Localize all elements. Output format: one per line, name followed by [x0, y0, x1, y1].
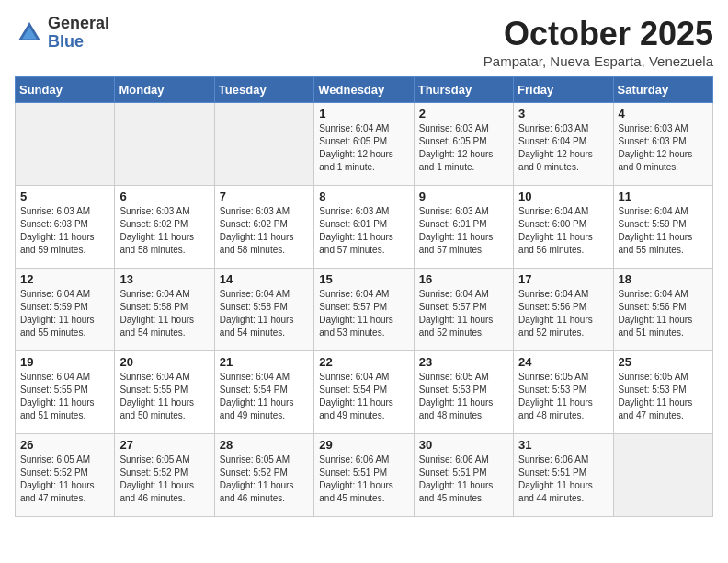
day-cell: 25Sunrise: 6:05 AM Sunset: 5:53 PM Dayli… [613, 351, 712, 434]
day-cell: 17Sunrise: 6:04 AM Sunset: 5:56 PM Dayli… [514, 269, 613, 351]
day-number: 5 [20, 190, 109, 203]
day-number: 21 [220, 355, 309, 369]
logo-blue-text: Blue [48, 33, 109, 52]
day-header-tuesday: Tuesday [214, 77, 313, 103]
day-info: Sunrise: 6:06 AM Sunset: 5:51 PM Dayligh… [419, 454, 508, 505]
day-info: Sunrise: 6:04 AM Sunset: 5:59 PM Dayligh… [20, 288, 109, 339]
day-header-thursday: Thursday [414, 77, 513, 103]
day-cell: 23Sunrise: 6:05 AM Sunset: 5:53 PM Dayli… [414, 351, 513, 434]
day-header-saturday: Saturday [613, 77, 712, 103]
day-info: Sunrise: 6:04 AM Sunset: 5:58 PM Dayligh… [119, 288, 209, 339]
day-info: Sunrise: 6:03 AM Sunset: 6:03 PM Dayligh… [20, 205, 109, 257]
day-number: 11 [619, 190, 708, 203]
week-row-1: 1Sunrise: 6:04 AM Sunset: 6:05 PM Daylig… [16, 103, 713, 186]
day-number: 6 [119, 190, 209, 203]
day-number: 1 [319, 107, 408, 121]
day-info: Sunrise: 6:05 AM Sunset: 5:53 PM Dayligh… [419, 371, 508, 422]
day-number: 19 [20, 355, 109, 369]
day-cell [214, 103, 313, 186]
day-cell [115, 103, 214, 186]
day-cell [16, 103, 115, 186]
day-cell: 10Sunrise: 6:04 AM Sunset: 6:00 PM Dayli… [514, 186, 613, 269]
day-number: 22 [319, 355, 408, 369]
day-cell: 6Sunrise: 6:03 AM Sunset: 6:02 PM Daylig… [115, 186, 214, 269]
day-header-monday: Monday [115, 77, 214, 103]
day-number: 3 [518, 107, 608, 121]
day-number: 10 [518, 190, 608, 203]
day-cell: 2Sunrise: 6:03 AM Sunset: 6:05 PM Daylig… [414, 103, 513, 186]
header: General Blue October 2025 Pampatar, Nuev… [15, 15, 713, 69]
day-number: 15 [319, 272, 408, 286]
day-cell: 19Sunrise: 6:04 AM Sunset: 5:55 PM Dayli… [16, 351, 115, 434]
day-number: 27 [119, 438, 209, 452]
logo-icon [15, 18, 44, 48]
day-info: Sunrise: 6:04 AM Sunset: 5:56 PM Dayligh… [518, 288, 608, 339]
title-area: October 2025 Pampatar, Nueva Esparta, Ve… [483, 15, 713, 69]
day-cell: 21Sunrise: 6:04 AM Sunset: 5:54 PM Dayli… [214, 351, 313, 434]
day-info: Sunrise: 6:04 AM Sunset: 5:54 PM Dayligh… [220, 371, 309, 422]
days-header-row: SundayMondayTuesdayWednesdayThursdayFrid… [16, 77, 713, 103]
day-number: 29 [319, 438, 408, 452]
logo: General Blue [15, 15, 109, 52]
day-cell: 16Sunrise: 6:04 AM Sunset: 5:57 PM Dayli… [414, 269, 513, 351]
day-number: 28 [220, 438, 309, 452]
day-info: Sunrise: 6:05 AM Sunset: 5:52 PM Dayligh… [119, 454, 209, 505]
day-cell: 15Sunrise: 6:04 AM Sunset: 5:57 PM Dayli… [314, 269, 414, 351]
day-info: Sunrise: 6:04 AM Sunset: 5:54 PM Dayligh… [319, 371, 408, 422]
day-cell: 12Sunrise: 6:04 AM Sunset: 5:59 PM Dayli… [16, 269, 115, 351]
day-cell: 28Sunrise: 6:05 AM Sunset: 5:52 PM Dayli… [214, 434, 313, 517]
day-cell: 18Sunrise: 6:04 AM Sunset: 5:56 PM Dayli… [613, 269, 712, 351]
week-row-3: 12Sunrise: 6:04 AM Sunset: 5:59 PM Dayli… [16, 269, 713, 351]
day-number: 31 [518, 438, 608, 452]
day-number: 26 [20, 438, 109, 452]
day-cell: 1Sunrise: 6:04 AM Sunset: 6:05 PM Daylig… [314, 103, 414, 186]
day-info: Sunrise: 6:04 AM Sunset: 5:55 PM Dayligh… [20, 371, 109, 422]
day-cell: 20Sunrise: 6:04 AM Sunset: 5:55 PM Dayli… [115, 351, 214, 434]
week-row-4: 19Sunrise: 6:04 AM Sunset: 5:55 PM Dayli… [16, 351, 713, 434]
day-number: 8 [319, 190, 408, 203]
day-cell: 9Sunrise: 6:03 AM Sunset: 6:01 PM Daylig… [414, 186, 513, 269]
day-info: Sunrise: 6:03 AM Sunset: 6:05 PM Dayligh… [419, 122, 508, 174]
day-info: Sunrise: 6:06 AM Sunset: 5:51 PM Dayligh… [319, 454, 408, 505]
day-number: 16 [419, 272, 508, 286]
day-number: 23 [419, 355, 508, 369]
day-info: Sunrise: 6:04 AM Sunset: 5:55 PM Dayligh… [119, 371, 209, 422]
week-row-5: 26Sunrise: 6:05 AM Sunset: 5:52 PM Dayli… [16, 434, 713, 517]
day-number: 9 [419, 190, 508, 203]
logo-general-text: General [48, 15, 109, 33]
day-info: Sunrise: 6:03 AM Sunset: 6:03 PM Dayligh… [619, 122, 708, 174]
day-cell: 14Sunrise: 6:04 AM Sunset: 5:58 PM Dayli… [214, 269, 313, 351]
day-cell: 13Sunrise: 6:04 AM Sunset: 5:58 PM Dayli… [115, 269, 214, 351]
logo-text: General Blue [48, 15, 109, 52]
day-info: Sunrise: 6:04 AM Sunset: 5:57 PM Dayligh… [419, 288, 508, 339]
calendar-title: October 2025 [483, 15, 713, 53]
day-cell: 30Sunrise: 6:06 AM Sunset: 5:51 PM Dayli… [414, 434, 513, 517]
day-cell: 5Sunrise: 6:03 AM Sunset: 6:03 PM Daylig… [16, 186, 115, 269]
day-info: Sunrise: 6:05 AM Sunset: 5:53 PM Dayligh… [518, 371, 608, 422]
day-cell: 7Sunrise: 6:03 AM Sunset: 6:02 PM Daylig… [214, 186, 313, 269]
day-number: 4 [619, 107, 708, 121]
day-info: Sunrise: 6:06 AM Sunset: 5:51 PM Dayligh… [518, 454, 608, 505]
day-number: 14 [220, 272, 309, 286]
day-number: 30 [419, 438, 508, 452]
day-number: 2 [419, 107, 508, 121]
day-cell: 22Sunrise: 6:04 AM Sunset: 5:54 PM Dayli… [314, 351, 414, 434]
day-info: Sunrise: 6:04 AM Sunset: 6:00 PM Dayligh… [518, 205, 608, 257]
day-header-friday: Friday [514, 77, 613, 103]
day-info: Sunrise: 6:05 AM Sunset: 5:52 PM Dayligh… [20, 454, 109, 505]
day-cell [613, 434, 712, 517]
day-cell: 8Sunrise: 6:03 AM Sunset: 6:01 PM Daylig… [314, 186, 414, 269]
day-number: 12 [20, 272, 109, 286]
day-cell: 31Sunrise: 6:06 AM Sunset: 5:51 PM Dayli… [514, 434, 613, 517]
day-info: Sunrise: 6:04 AM Sunset: 5:58 PM Dayligh… [220, 288, 309, 339]
day-info: Sunrise: 6:04 AM Sunset: 5:56 PM Dayligh… [619, 288, 708, 339]
day-info: Sunrise: 6:03 AM Sunset: 6:02 PM Dayligh… [119, 205, 209, 257]
day-cell: 3Sunrise: 6:03 AM Sunset: 6:04 PM Daylig… [514, 103, 613, 186]
day-cell: 11Sunrise: 6:04 AM Sunset: 5:59 PM Dayli… [613, 186, 712, 269]
day-info: Sunrise: 6:03 AM Sunset: 6:02 PM Dayligh… [220, 205, 309, 257]
week-row-2: 5Sunrise: 6:03 AM Sunset: 6:03 PM Daylig… [16, 186, 713, 269]
day-info: Sunrise: 6:04 AM Sunset: 5:59 PM Dayligh… [619, 205, 708, 257]
calendar-table: SundayMondayTuesdayWednesdayThursdayFrid… [15, 76, 713, 517]
day-info: Sunrise: 6:05 AM Sunset: 5:53 PM Dayligh… [619, 371, 708, 422]
day-header-wednesday: Wednesday [314, 77, 414, 103]
